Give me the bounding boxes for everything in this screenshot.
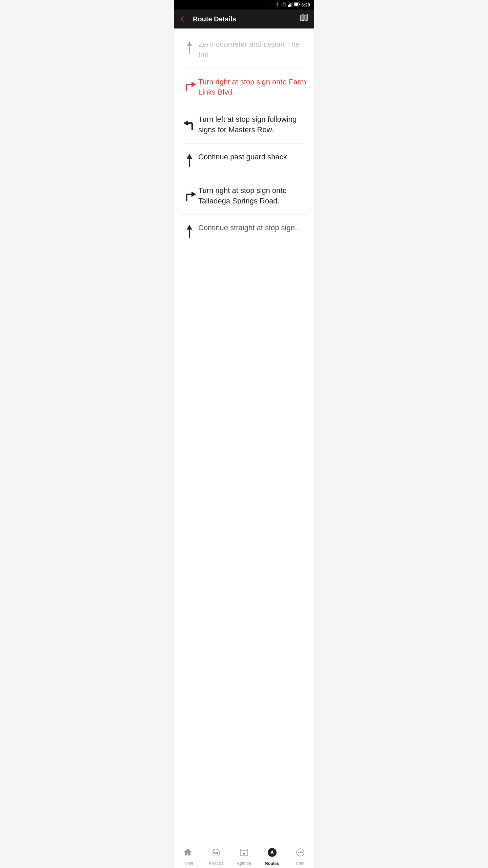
svg-rect-30 [246, 852, 246, 852]
product-icon [211, 848, 221, 860]
svg-point-43 [301, 852, 303, 853]
svg-rect-36 [243, 854, 244, 855]
vibrate-icon: 📳 [281, 2, 286, 7]
home-icon [183, 848, 192, 860]
agenda-label: Agenda [237, 861, 251, 866]
route-step-1: Zero odometer and depart The Inn. [174, 31, 314, 68]
svg-rect-34 [246, 853, 246, 854]
route-steps-list: Zero odometer and depart The Inn. Turn r… [174, 28, 314, 845]
app-header: Route Details [174, 9, 314, 28]
svg-rect-29 [244, 852, 245, 852]
step-1-icon [181, 39, 198, 56]
step-5-icon [181, 185, 198, 204]
svg-rect-23 [214, 852, 216, 854]
svg-point-41 [298, 852, 299, 853]
step-2-icon [181, 77, 198, 94]
svg-rect-37 [244, 854, 245, 855]
svg-rect-35 [242, 854, 242, 855]
svg-rect-2 [290, 3, 291, 7]
svg-marker-19 [191, 192, 196, 197]
routes-label: Routes [265, 861, 279, 866]
status-icons: 📍 📳 3:28 [275, 2, 310, 8]
location-icon: 📍 [275, 2, 280, 7]
svg-rect-24 [216, 852, 218, 854]
map-icon[interactable] [299, 13, 309, 25]
status-time: 3:28 [301, 2, 310, 7]
step-5-text: Turn right at stop sign onto Talladega S… [198, 185, 307, 206]
svg-marker-8 [187, 41, 192, 46]
route-step-3: Turn left at stop sign following signs f… [174, 106, 314, 143]
route-step-4: Continue past guard shack. [174, 144, 314, 177]
svg-rect-33 [244, 853, 245, 854]
battery-icon [294, 2, 300, 7]
svg-rect-1 [289, 4, 290, 7]
svg-rect-28 [243, 852, 244, 852]
svg-rect-3 [292, 2, 292, 7]
svg-rect-31 [242, 853, 242, 854]
svg-rect-6 [294, 3, 298, 6]
step-3-text: Turn left at stop sign following signs f… [198, 114, 307, 135]
nav-item-chat[interactable]: Chat [286, 845, 314, 868]
step-4-icon [181, 152, 198, 169]
svg-rect-5 [299, 3, 300, 5]
status-bar: 📍 📳 3:28 [174, 0, 314, 9]
route-step-2: Turn right at stop sign onto Farm Links … [174, 69, 314, 106]
step-1-text: Zero odometer and depart The Inn. [198, 39, 307, 60]
product-label: Product [209, 861, 223, 866]
svg-marker-16 [187, 154, 192, 159]
nav-item-home[interactable]: Home [174, 845, 202, 868]
bottom-navigation: Home Product [174, 845, 314, 868]
back-button[interactable] [179, 15, 187, 23]
svg-rect-0 [288, 5, 289, 7]
step-6-text: Continue straight at stop sign... [198, 223, 307, 233]
agenda-icon [239, 848, 249, 860]
routes-icon [267, 847, 277, 860]
nav-item-product[interactable]: Product [202, 845, 230, 868]
step-4-text: Continue past guard shack. [198, 152, 307, 162]
step-6-icon [181, 223, 198, 240]
svg-marker-21 [187, 225, 192, 230]
step-3-icon [181, 114, 198, 133]
svg-rect-32 [243, 853, 244, 854]
svg-rect-25 [240, 849, 248, 856]
svg-marker-11 [191, 82, 196, 87]
chat-label: Chat [296, 861, 304, 866]
step-2-text: Turn right at stop sign onto Farm Links … [198, 77, 307, 98]
page-title: Route Details [193, 15, 299, 23]
route-step-5: Turn right at stop sign onto Talladega S… [174, 177, 314, 215]
chat-icon [296, 848, 305, 860]
route-step-6: Continue straight at stop sign... [174, 215, 314, 248]
nav-item-routes[interactable]: Routes [258, 845, 286, 868]
home-label: Home [182, 861, 193, 866]
svg-rect-22 [212, 851, 220, 855]
signal-icon [288, 2, 292, 8]
svg-point-42 [300, 852, 301, 853]
nav-item-agenda[interactable]: Agenda [230, 845, 258, 868]
svg-rect-27 [242, 852, 242, 852]
svg-marker-14 [183, 120, 188, 126]
